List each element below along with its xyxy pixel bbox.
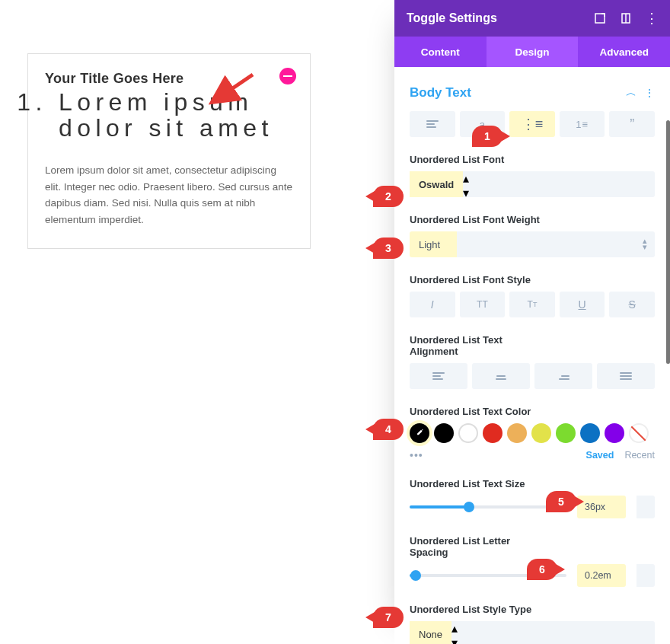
select-ul-font-value: Oswald — [410, 171, 463, 197]
panel-body: Body Text ︿ ⋮ a ⋮≡ 1≡ ” Unordered List F… — [394, 67, 670, 644]
tab-design[interactable]: Design — [487, 37, 579, 67]
annotation-4: 4 — [373, 419, 404, 440]
annotation-arrow — [207, 70, 260, 108]
text-type-ol[interactable]: 1≡ — [560, 111, 605, 137]
align-left[interactable] — [410, 363, 467, 389]
label-ul-size: Unordered List Text Size — [410, 478, 655, 489]
settings-panel: Toggle Settings ⋮ Content Design Advance… — [394, 0, 670, 644]
color-white[interactable] — [458, 423, 478, 443]
label-ul-styletype: Unordered List Style Type — [410, 604, 655, 615]
unit-ul-size[interactable] — [636, 496, 655, 518]
preview-body-text: Lorem ipsum dolor sit amet, consectetur … — [45, 162, 293, 228]
section-options-icon[interactable]: ⋮ — [644, 87, 655, 99]
panel-header: Toggle Settings ⋮ — [394, 0, 670, 37]
align-justify[interactable] — [597, 363, 655, 389]
select-ul-font[interactable]: Oswald ▴▾ — [410, 171, 655, 197]
svg-rect-2 — [595, 14, 605, 23]
input-ul-spacing[interactable]: 0.2em — [577, 564, 626, 587]
label-ul-weight: Unordered List Font Weight — [410, 214, 655, 225]
color-blue[interactable] — [580, 423, 600, 443]
annotation-5: 5 — [546, 491, 576, 512]
label-ul-align: Unordered List Text Alignment — [410, 334, 531, 357]
color-palette — [410, 423, 655, 443]
unit-ul-spacing[interactable] — [636, 564, 655, 587]
label-ul-style: Unordered List Font Style — [410, 274, 655, 285]
style-underline[interactable]: U — [560, 292, 605, 317]
align-right[interactable] — [534, 363, 592, 389]
snap-icon[interactable] — [620, 12, 632, 24]
remove-module-button[interactable] — [279, 68, 296, 84]
color-none[interactable] — [629, 423, 649, 443]
style-uppercase[interactable]: TT — [460, 292, 506, 317]
color-green[interactable] — [556, 423, 576, 443]
more-colors-icon[interactable]: ••• — [410, 449, 423, 461]
section-title: Body Text — [410, 85, 626, 100]
style-italic[interactable]: I — [410, 292, 455, 317]
kebab-icon[interactable]: ⋮ — [646, 12, 658, 24]
color-black[interactable] — [434, 423, 454, 443]
svg-line-1 — [215, 75, 253, 100]
expand-icon[interactable] — [594, 12, 606, 24]
preview-card: Your Title Goes Here Lorem ipsum dolor s… — [27, 53, 311, 249]
color-tab-saved[interactable]: Saved — [586, 450, 614, 461]
scrollbar[interactable] — [666, 120, 670, 364]
chevron-up-icon[interactable]: ︿ — [626, 86, 636, 100]
text-type-paragraph[interactable] — [410, 111, 455, 137]
tab-advanced[interactable]: Advanced — [578, 37, 670, 67]
annotation-2: 2 — [373, 186, 404, 207]
section-header[interactable]: Body Text ︿ ⋮ — [410, 85, 655, 100]
tab-content[interactable]: Content — [394, 37, 487, 67]
eyedropper-button[interactable] — [410, 423, 429, 443]
color-purple[interactable] — [605, 423, 624, 443]
annotation-7: 7 — [373, 607, 404, 628]
label-ul-color: Unordered List Text Color — [410, 406, 655, 417]
color-yellow[interactable] — [531, 423, 551, 443]
label-ul-font: Unordered List Font — [410, 154, 655, 165]
select-ul-styletype-value: None — [410, 621, 451, 644]
label-ul-spacing: Unordered List Letter Spacing — [410, 535, 531, 558]
slider-ul-size[interactable] — [410, 505, 566, 509]
select-ul-styletype[interactable]: None ▴▾ — [410, 621, 655, 644]
text-type-ul[interactable]: ⋮≡ — [509, 111, 555, 137]
input-ul-size[interactable]: 36px — [577, 496, 626, 518]
annotation-6: 6 — [527, 559, 557, 580]
panel-title: Toggle Settings — [407, 11, 594, 25]
settings-tabs: Content Design Advanced — [394, 37, 670, 67]
annotation-3: 3 — [373, 238, 404, 259]
select-ul-weight[interactable]: Light — [410, 231, 457, 257]
style-strikethrough[interactable]: S — [609, 292, 655, 317]
annotation-1: 1 — [472, 126, 502, 147]
text-type-quote[interactable]: ” — [609, 111, 655, 137]
color-red[interactable] — [483, 423, 502, 443]
color-orange[interactable] — [507, 423, 527, 443]
align-center[interactable] — [472, 363, 530, 389]
color-tab-recent[interactable]: Recent — [624, 450, 655, 461]
style-smallcaps[interactable]: TT — [509, 292, 555, 317]
text-type-tabs: a ⋮≡ 1≡ ” — [410, 111, 655, 137]
